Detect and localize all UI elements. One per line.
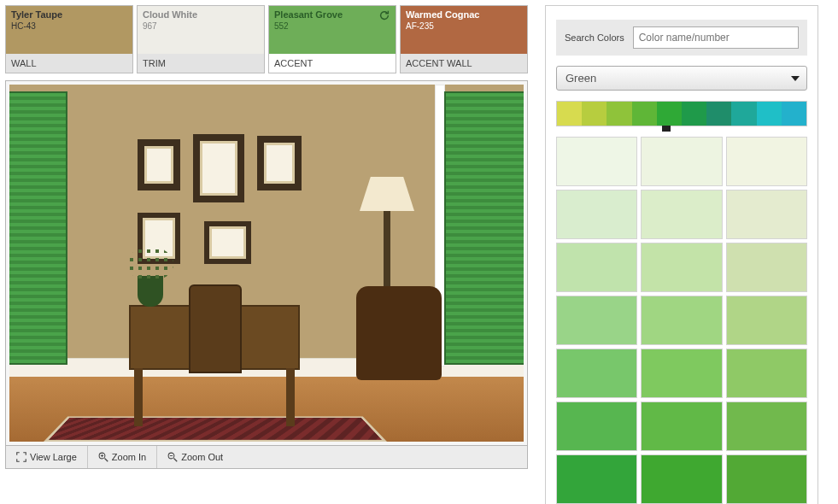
search-colors-label: Search Colors (565, 32, 624, 43)
room-preview (9, 85, 524, 442)
wall-frame (204, 221, 251, 264)
swatch-color-block: Pleasant Grove552 (269, 6, 396, 54)
color-swatch-card[interactable]: Pleasant Grove552ACCENT (268, 5, 396, 73)
palette-swatch[interactable] (556, 190, 637, 239)
palette-swatch[interactable] (726, 349, 807, 398)
hue-segment[interactable] (557, 102, 582, 126)
palette-swatch[interactable] (641, 454, 722, 504)
palette-swatch[interactable] (641, 401, 722, 451)
color-swatch-grid (556, 137, 807, 504)
hue-segment[interactable] (607, 102, 631, 126)
swatch-role-label: TRIM (138, 54, 264, 73)
swatch-name: Pleasant Grove (274, 9, 390, 21)
palette-swatch[interactable] (556, 296, 637, 345)
search-colors-input[interactable] (633, 26, 799, 49)
swatch-code: 967 (143, 21, 259, 31)
swatch-name: Cloud White (143, 9, 259, 21)
room-rug (44, 416, 387, 442)
hue-segment[interactable] (682, 102, 706, 126)
palette-swatch[interactable] (726, 243, 807, 292)
zoom-in-button[interactable]: Zoom In (88, 446, 157, 468)
room-preview-wrap (5, 80, 528, 446)
wall-frame (138, 139, 180, 190)
palette-swatch[interactable] (641, 137, 722, 186)
swatch-role-label: WALL (6, 54, 132, 73)
palette-swatch[interactable] (556, 401, 637, 451)
shutter-left (9, 91, 67, 365)
svg-line-5 (174, 459, 178, 462)
palette-swatch[interactable] (726, 401, 807, 451)
palette-swatch[interactable] (556, 243, 637, 292)
hue-segment[interactable] (782, 102, 806, 126)
hue-segment[interactable] (582, 102, 607, 126)
hue-segment[interactable] (731, 102, 756, 126)
image-toolbar: View Large Zoom In Zoom Out (5, 446, 528, 469)
palette-swatch[interactable] (556, 454, 637, 504)
palette-swatch[interactable] (726, 454, 807, 504)
swatch-name: Warmed Cognac (406, 9, 522, 21)
view-large-label: View Large (30, 452, 77, 462)
hue-segment[interactable] (632, 102, 657, 126)
room-chair (189, 284, 242, 373)
room-vase (138, 276, 163, 307)
palette-swatch[interactable] (726, 137, 807, 186)
search-colors-row: Search Colors (556, 20, 807, 56)
color-picker-panel: Search Colors Green (545, 5, 818, 504)
color-family-value: Green (566, 72, 596, 85)
swatch-code: AF-235 (406, 21, 522, 31)
swatch-color-block: Cloud White967 (138, 6, 264, 54)
selected-colors-row: Tyler TaupeHC-43WALLCloud White967TRIMPl… (5, 5, 528, 73)
chevron-down-icon (791, 76, 800, 81)
palette-swatch[interactable] (556, 137, 637, 186)
view-large-button[interactable]: View Large (6, 446, 88, 468)
swatch-role-label: ACCENT (269, 54, 396, 73)
zoom-out-icon (167, 452, 178, 462)
swatch-code: 552 (274, 21, 390, 31)
color-swatch-card[interactable]: Tyler TaupeHC-43WALL (5, 5, 133, 73)
swatch-color-block: Tyler TaupeHC-43 (6, 6, 132, 54)
swatch-role-label: ACCENT WALL (401, 54, 527, 73)
palette-swatch[interactable] (641, 243, 722, 292)
shutter-right (444, 91, 524, 365)
room-armchair (356, 286, 442, 380)
zoom-out-button[interactable]: Zoom Out (157, 446, 233, 468)
palette-swatch[interactable] (556, 349, 637, 398)
hue-segment[interactable] (706, 102, 731, 126)
hue-segment[interactable] (757, 102, 782, 126)
hue-strip[interactable] (556, 101, 807, 126)
palette-swatch[interactable] (641, 349, 722, 398)
color-swatch-card[interactable]: Warmed CognacAF-235ACCENT WALL (400, 5, 528, 73)
zoom-out-label: Zoom Out (181, 452, 223, 462)
palette-swatch[interactable] (726, 296, 807, 345)
palette-swatch[interactable] (641, 296, 722, 345)
wall-frame (193, 134, 244, 202)
swatch-name: Tyler Taupe (11, 9, 127, 21)
palette-swatch[interactable] (641, 190, 722, 239)
swatch-code: HC-43 (11, 21, 127, 31)
hue-segment[interactable] (657, 102, 682, 126)
swatch-color-block: Warmed CognacAF-235 (401, 6, 527, 54)
refresh-icon[interactable] (378, 9, 390, 21)
wall-frame (257, 136, 302, 190)
zoom-in-icon (98, 452, 108, 462)
color-swatch-card[interactable]: Cloud White967TRIM (137, 5, 265, 73)
svg-line-1 (104, 459, 108, 462)
hue-marker[interactable] (662, 126, 671, 132)
zoom-in-label: Zoom In (112, 452, 146, 462)
palette-swatch[interactable] (726, 190, 807, 239)
expand-icon (16, 452, 26, 462)
color-family-select[interactable]: Green (556, 66, 807, 91)
